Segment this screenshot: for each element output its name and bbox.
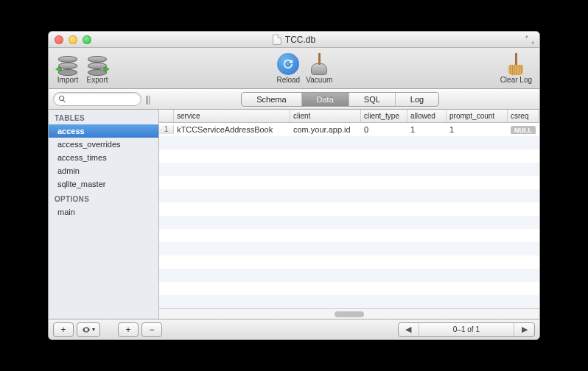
sidebar-header-options: OPTIONS (49, 191, 158, 205)
tab-schema[interactable]: Schema (242, 93, 301, 106)
tab-sql[interactable]: SQL (349, 93, 396, 106)
col-prompt-count[interactable]: prompt_count (447, 110, 508, 122)
cell-client-type[interactable]: 0 (361, 125, 407, 134)
sidebar-item-sqlite-master[interactable]: sqlite_master (49, 177, 158, 191)
zoom-icon[interactable] (83, 35, 91, 44)
grid-body[interactable]: 1 kTCCServiceAddressBook com.your.app.id… (159, 123, 539, 308)
row-remove-button[interactable]: − (141, 322, 162, 337)
search-field[interactable] (53, 92, 141, 106)
sidebar-item-admin[interactable]: admin (49, 164, 158, 177)
sidebar-resize-handle[interactable]: ||| (145, 94, 150, 105)
sidebar-item-access-overrides[interactable]: access_overrides (49, 138, 158, 151)
horizontal-scrollbar[interactable] (159, 308, 539, 319)
reload-button[interactable]: Reload (276, 52, 300, 84)
footer-bar: + ▾ + − ◀ 0–1 of 1 ▶ (49, 319, 539, 339)
search-icon (58, 95, 66, 103)
app-window: TCC.db Import Export Reload Vacuum (48, 31, 540, 340)
rownum-header (159, 110, 174, 122)
vacuum-button[interactable]: Vacuum (306, 52, 332, 84)
cell-prompt-count[interactable]: 1 (447, 125, 508, 134)
document-icon (273, 35, 281, 45)
main-body: TABLES access access_overrides access_ti… (49, 110, 539, 319)
null-badge: NULL (511, 126, 536, 134)
export-button[interactable]: Export (85, 52, 109, 84)
fullscreen-icon[interactable] (525, 35, 535, 45)
sidebar-header-tables: TABLES (49, 110, 158, 124)
titlebar: TCC.db (49, 32, 539, 48)
window-controls (49, 35, 91, 44)
cell-csreq[interactable]: NULL (508, 125, 539, 134)
sub-toolbar: ||| Schema Data SQL Log (49, 89, 539, 110)
row-number: 1 (159, 125, 174, 134)
import-label: Import (57, 76, 78, 84)
sidebar: TABLES access access_overrides access_ti… (49, 110, 159, 319)
col-client[interactable]: client (290, 110, 361, 122)
import-button[interactable]: Import (56, 52, 80, 84)
main-toolbar: Import Export Reload Vacuum Clear Log (49, 48, 539, 89)
vacuum-label: Vacuum (306, 76, 332, 84)
col-client-type[interactable]: client_type (361, 110, 407, 122)
minimize-icon[interactable] (69, 35, 77, 44)
page-prev-button[interactable]: ◀ (399, 323, 419, 336)
scrollbar-thumb[interactable] (335, 311, 364, 317)
sidebar-gear-button[interactable]: ▾ (77, 322, 100, 337)
sidebar-item-main[interactable]: main (49, 205, 158, 219)
col-service[interactable]: service (174, 110, 290, 122)
close-icon[interactable] (55, 35, 63, 44)
cell-service[interactable]: kTCCServiceAddressBook (174, 125, 290, 134)
cell-client[interactable]: com.your.app.id (290, 125, 361, 134)
tab-data[interactable]: Data (302, 93, 349, 106)
gear-icon (82, 325, 91, 334)
export-label: Export (87, 76, 108, 84)
view-segmented-control: Schema Data SQL Log (241, 92, 439, 107)
col-csreq[interactable]: csreq (508, 110, 539, 122)
window-title: TCC.db (273, 35, 315, 45)
title-text: TCC.db (285, 35, 315, 45)
page-info: 0–1 of 1 (419, 325, 514, 333)
page-next-button[interactable]: ▶ (514, 323, 534, 336)
pager: ◀ 0–1 of 1 ▶ (398, 322, 535, 337)
grid-header: service client client_type allowed promp… (159, 110, 539, 123)
reload-label: Reload (276, 76, 300, 84)
clearlog-label: Clear Log (500, 76, 532, 84)
table-row[interactable]: 1 kTCCServiceAddressBook com.your.app.id… (159, 123, 539, 136)
tab-log[interactable]: Log (396, 93, 438, 106)
search-input[interactable] (69, 95, 135, 104)
sidebar-add-button[interactable]: + (53, 322, 74, 337)
cell-allowed[interactable]: 1 (407, 125, 447, 134)
clearlog-button[interactable]: Clear Log (500, 52, 532, 84)
sidebar-item-access-times[interactable]: access_times (49, 151, 158, 164)
data-grid: service client client_type allowed promp… (159, 110, 539, 319)
sidebar-item-access[interactable]: access (49, 124, 158, 138)
row-add-button[interactable]: + (118, 322, 139, 337)
col-allowed[interactable]: allowed (407, 110, 447, 122)
